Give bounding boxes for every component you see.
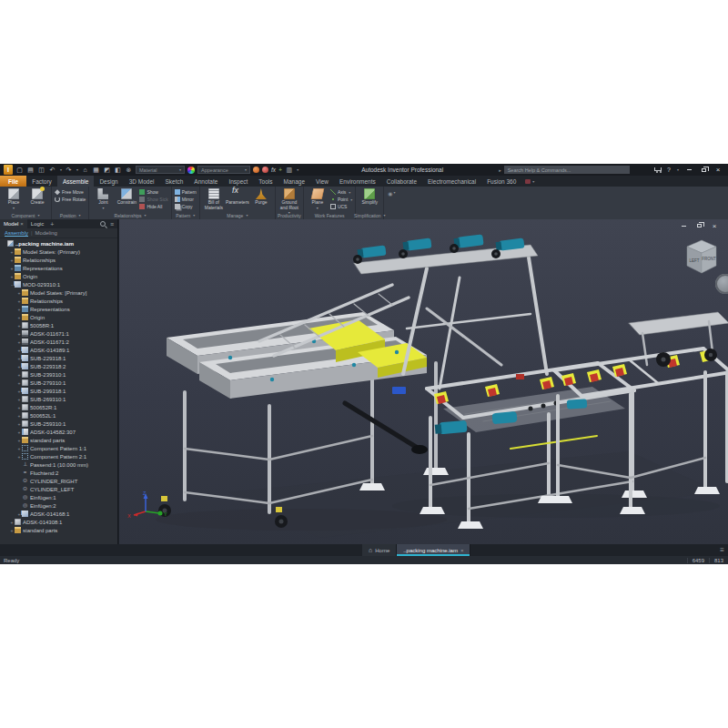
model-canvas[interactable] [119, 219, 728, 544]
plane-button[interactable]: Plane▾ [307, 187, 329, 210]
document-tab-packing-machine-iam[interactable]: ..packing machine.iam [397, 544, 470, 556]
record-icon[interactable]: ▾ [521, 176, 538, 187]
free-move-button[interactable]: Free Move [55, 189, 86, 196]
ribbon-tab-collaborate[interactable]: Collaborate [381, 176, 422, 187]
tree-item[interactable]: +500652R:1 [0, 403, 117, 411]
inventor-logo-icon[interactable] [4, 165, 13, 175]
menu-icon[interactable] [110, 221, 114, 228]
copy-button[interactable]: Copy [175, 204, 197, 210]
measure-icon[interactable] [114, 166, 122, 175]
tree-item[interactable]: -MOD-029310:1 [0, 280, 117, 288]
orbit-icon[interactable] [125, 166, 133, 175]
tree-item[interactable]: +Component Pattern 2:1 [0, 452, 117, 460]
tree-item[interactable]: +500652L:1 [0, 411, 117, 420]
mirror-button[interactable]: Mirror [175, 197, 197, 203]
tree-item[interactable]: +ADSK-014582:307 [0, 428, 117, 436]
constrain-button[interactable]: Constrain [116, 187, 137, 206]
hide-all-button[interactable]: Hide All [139, 204, 167, 210]
ribbon-tab-annotate[interactable]: Annotate [188, 176, 223, 187]
home-icon[interactable] [81, 166, 89, 175]
sheet-icon[interactable] [92, 166, 100, 175]
ribbon-overflow[interactable]: ▾ [384, 187, 395, 219]
tree-item[interactable]: ◎Einfügen:1 [0, 493, 117, 501]
tree-item[interactable]: +SUB-269310:1 [0, 395, 117, 403]
close-icon[interactable] [460, 548, 464, 553]
ribbon-tab-design[interactable]: Design [94, 176, 123, 187]
panel-title[interactable]: Component▾ [0, 211, 51, 219]
doc-minimize-button[interactable] [679, 221, 688, 230]
tree-item[interactable]: +ADSK-011671:2 [0, 338, 117, 346]
tree-item[interactable]: +ADSK-014308:1 [0, 518, 117, 526]
axis-button[interactable]: Axis▾ [330, 189, 352, 196]
browser-tab-model[interactable]: Model [0, 219, 27, 228]
parameters-button[interactable]: Parameters [227, 187, 248, 206]
tree-item[interactable]: +standard parts [0, 526, 117, 534]
tree-item[interactable]: +Representations [0, 264, 117, 272]
ribbon-tab-tools[interactable]: Tools [253, 176, 278, 187]
ribbon-tab-sketch[interactable]: Sketch [159, 176, 188, 187]
parameters-fx-icon[interactable] [271, 167, 276, 173]
tree-item[interactable]: +ADSK-011671:1 [0, 329, 117, 338]
tree-item[interactable]: =Fluchtend:2 [0, 469, 117, 477]
tree-item[interactable]: +Origin [0, 272, 117, 280]
ribbon-tab-3d-model[interactable]: 3D Model [124, 176, 160, 187]
tree-item[interactable]: +SUB-239310:1 [0, 370, 117, 379]
place-button[interactable]: Place▾ [3, 187, 25, 210]
panel-title[interactable]: Pattern▾ [172, 211, 199, 219]
tree-item[interactable]: +50058R:1 [0, 321, 117, 329]
restore-button[interactable] [699, 166, 708, 175]
open-folder-icon[interactable] [26, 166, 35, 175]
help-search-input[interactable]: Search Help & Commands... [504, 166, 630, 174]
material-dropdown[interactable]: Material▾ [136, 166, 185, 174]
search-expand-icon[interactable] [499, 167, 501, 173]
ribbon-tab-assemble[interactable]: Assemble [57, 176, 95, 187]
new-file-icon[interactable] [15, 166, 24, 175]
ribbon-tab-view[interactable]: View [310, 176, 334, 187]
simplify-button[interactable]: Simplify [359, 187, 380, 206]
tree-item[interactable]: +SUB-299318:1 [0, 387, 117, 395]
panel-title[interactable]: Manage▾ [200, 211, 275, 219]
ribbon-tab-electromechanical[interactable]: Electromechanical [422, 176, 481, 187]
search-icon[interactable] [100, 221, 106, 227]
tree-item[interactable]: +Component Pattern 1:1 [0, 444, 117, 452]
add-icon[interactable] [278, 167, 282, 173]
redo-icon[interactable] [65, 166, 73, 175]
panel-title[interactable]: Position▾ [52, 211, 88, 219]
tree-item[interactable]: +Model States: [Primary] [0, 288, 117, 297]
minimize-button[interactable] [684, 166, 693, 175]
free-rotate-button[interactable]: Free Rotate [55, 197, 86, 203]
save-icon[interactable] [37, 166, 46, 175]
joint-button[interactable]: Joint▾ [92, 187, 114, 210]
tree-item[interactable]: +Relationships [0, 256, 117, 264]
create-button[interactable]: Create [26, 187, 48, 206]
pattern-button[interactable]: Pattern [175, 189, 197, 196]
show-button[interactable]: Show [139, 189, 167, 196]
tree-item[interactable]: +Origin [0, 313, 117, 321]
panel-title[interactable]: Work Features [304, 211, 355, 219]
clear-appearance-icon[interactable] [262, 167, 268, 173]
ribbon-tab-environments[interactable]: Environments [334, 176, 381, 187]
tree-item[interactable]: +Representations [0, 305, 117, 313]
doc-list-icon[interactable] [720, 546, 724, 554]
close-button[interactable] [713, 166, 723, 175]
panel-title[interactable]: Productivity [276, 211, 303, 219]
ribbon-tab-file[interactable]: File [0, 176, 26, 187]
tree-item[interactable]: +SUB-259310:1 [0, 420, 117, 428]
viewcube[interactable]: LEFT FRONT [681, 236, 723, 279]
document-tab-home[interactable]: Home [362, 544, 397, 556]
tree-item[interactable]: +standard parts [0, 436, 117, 444]
browser-tab-logic[interactable]: Logic [27, 219, 47, 228]
cart-icon[interactable] [654, 167, 662, 171]
close-icon[interactable] [20, 221, 24, 227]
bill-of-materials-button[interactable]: Bill of Materials [203, 187, 225, 210]
tree-item[interactable]: +ADSK-014389:1 [0, 346, 117, 354]
adjust-appearance-icon[interactable] [253, 167, 259, 173]
tree-item[interactable]: ..packing machine.iam [0, 239, 117, 248]
tree-item[interactable]: ⊙CYLINDER_RIGHT [0, 477, 117, 485]
tree-item[interactable]: +SUB-229318:2 [0, 362, 117, 370]
tree-item[interactable]: ◎Einfügen:2 [0, 501, 117, 510]
tree-item[interactable]: ⊥Passend:1 (10.000 mm) [0, 460, 117, 469]
ribbon-tab-factory[interactable]: Factory [26, 176, 57, 187]
point-button[interactable]: Point▾ [330, 197, 352, 203]
purge-button[interactable]: Purge [250, 187, 272, 206]
